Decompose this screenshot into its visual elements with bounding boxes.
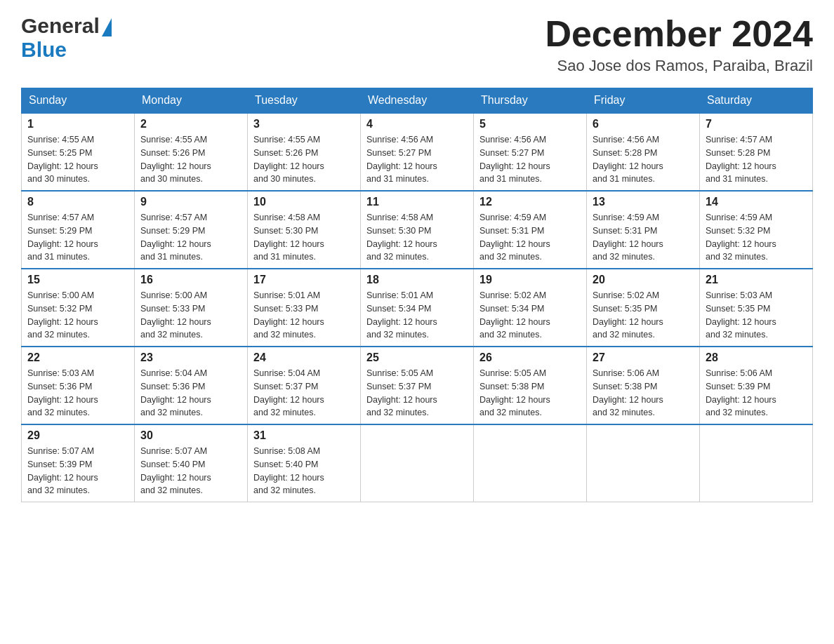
day-info: Sunrise: 5:03 AMSunset: 5:36 PMDaylight:… xyxy=(27,368,98,417)
calendar-cell: 11 Sunrise: 4:58 AMSunset: 5:30 PMDaylig… xyxy=(361,191,474,269)
day-info: Sunrise: 5:07 AMSunset: 5:40 PMDaylight:… xyxy=(140,446,211,495)
day-info: Sunrise: 4:59 AMSunset: 5:31 PMDaylight:… xyxy=(593,213,663,262)
calendar-cell: 26 Sunrise: 5:05 AMSunset: 5:38 PMDaylig… xyxy=(474,347,587,424)
day-info: Sunrise: 4:55 AMSunset: 5:25 PMDaylight:… xyxy=(27,135,98,184)
day-number: 7 xyxy=(706,118,807,130)
day-number: 4 xyxy=(366,118,468,130)
day-number: 27 xyxy=(593,351,694,364)
day-number: 15 xyxy=(27,274,128,286)
calendar-cell: 29 Sunrise: 5:07 AMSunset: 5:39 PMDaylig… xyxy=(22,424,135,502)
day-info: Sunrise: 4:57 AMSunset: 5:29 PMDaylight:… xyxy=(140,213,211,262)
day-info: Sunrise: 5:01 AMSunset: 5:33 PMDaylight:… xyxy=(253,290,324,340)
calendar-cell: 1 Sunrise: 4:55 AMSunset: 5:25 PMDayligh… xyxy=(22,113,135,191)
calendar-cell: 5 Sunrise: 4:56 AMSunset: 5:27 PMDayligh… xyxy=(474,113,587,191)
day-info: Sunrise: 4:59 AMSunset: 5:31 PMDaylight:… xyxy=(479,213,550,262)
header-friday: Friday xyxy=(587,88,700,114)
calendar-cell: 2 Sunrise: 4:55 AMSunset: 5:26 PMDayligh… xyxy=(135,113,248,191)
day-number: 26 xyxy=(479,351,581,364)
calendar-cell: 31 Sunrise: 5:08 AMSunset: 5:40 PMDaylig… xyxy=(248,424,361,502)
day-info: Sunrise: 4:57 AMSunset: 5:28 PMDaylight:… xyxy=(706,135,776,184)
header-thursday: Thursday xyxy=(474,88,587,114)
month-title: December 2024 xyxy=(545,14,813,54)
day-info: Sunrise: 5:04 AMSunset: 5:36 PMDaylight:… xyxy=(140,368,211,417)
calendar-cell: 13 Sunrise: 4:59 AMSunset: 5:31 PMDaylig… xyxy=(587,191,700,269)
day-number: 29 xyxy=(27,429,128,442)
day-number: 18 xyxy=(366,274,468,286)
day-number: 24 xyxy=(253,351,355,364)
day-number: 11 xyxy=(366,196,468,208)
day-info: Sunrise: 5:00 AMSunset: 5:32 PMDaylight:… xyxy=(27,290,98,340)
day-number: 23 xyxy=(140,351,241,364)
day-info: Sunrise: 4:59 AMSunset: 5:32 PMDaylight:… xyxy=(706,213,776,262)
calendar-cell: 23 Sunrise: 5:04 AMSunset: 5:36 PMDaylig… xyxy=(135,347,248,424)
day-number: 19 xyxy=(479,274,581,286)
calendar-cell: 22 Sunrise: 5:03 AMSunset: 5:36 PMDaylig… xyxy=(22,347,135,424)
calendar-cell xyxy=(587,424,700,502)
day-info: Sunrise: 5:05 AMSunset: 5:37 PMDaylight:… xyxy=(366,368,437,417)
day-info: Sunrise: 5:07 AMSunset: 5:39 PMDaylight:… xyxy=(27,446,98,495)
calendar-week-row: 22 Sunrise: 5:03 AMSunset: 5:36 PMDaylig… xyxy=(22,347,813,424)
calendar-cell: 27 Sunrise: 5:06 AMSunset: 5:38 PMDaylig… xyxy=(587,347,700,424)
day-number: 21 xyxy=(706,274,807,286)
calendar-table: SundayMondayTuesdayWednesdayThursdayFrid… xyxy=(21,88,813,502)
calendar-cell: 24 Sunrise: 5:04 AMSunset: 5:37 PMDaylig… xyxy=(248,347,361,424)
calendar-cell: 4 Sunrise: 4:56 AMSunset: 5:27 PMDayligh… xyxy=(361,113,474,191)
page-header: General Blue December 2024 Sao Jose dos … xyxy=(21,14,813,75)
calendar-cell: 16 Sunrise: 5:00 AMSunset: 5:33 PMDaylig… xyxy=(135,269,248,347)
calendar-week-row: 15 Sunrise: 5:00 AMSunset: 5:32 PMDaylig… xyxy=(22,269,813,347)
calendar-week-row: 8 Sunrise: 4:57 AMSunset: 5:29 PMDayligh… xyxy=(22,191,813,269)
calendar-cell: 28 Sunrise: 5:06 AMSunset: 5:39 PMDaylig… xyxy=(700,347,813,424)
day-number: 22 xyxy=(27,351,128,364)
day-number: 28 xyxy=(706,351,807,364)
day-info: Sunrise: 4:58 AMSunset: 5:30 PMDaylight:… xyxy=(366,213,437,262)
day-number: 30 xyxy=(140,429,241,442)
calendar-cell: 6 Sunrise: 4:56 AMSunset: 5:28 PMDayligh… xyxy=(587,113,700,191)
calendar-cell: 30 Sunrise: 5:07 AMSunset: 5:40 PMDaylig… xyxy=(135,424,248,502)
logo-triangle-icon xyxy=(102,18,112,36)
calendar-cell: 18 Sunrise: 5:01 AMSunset: 5:34 PMDaylig… xyxy=(361,269,474,347)
calendar-cell: 19 Sunrise: 5:02 AMSunset: 5:34 PMDaylig… xyxy=(474,269,587,347)
day-info: Sunrise: 5:02 AMSunset: 5:34 PMDaylight:… xyxy=(479,290,550,340)
day-number: 2 xyxy=(140,118,241,130)
calendar-week-row: 29 Sunrise: 5:07 AMSunset: 5:39 PMDaylig… xyxy=(22,424,813,502)
day-info: Sunrise: 5:03 AMSunset: 5:35 PMDaylight:… xyxy=(706,290,776,340)
day-info: Sunrise: 5:06 AMSunset: 5:38 PMDaylight:… xyxy=(593,368,663,417)
header-tuesday: Tuesday xyxy=(248,88,361,114)
calendar-cell: 25 Sunrise: 5:05 AMSunset: 5:37 PMDaylig… xyxy=(361,347,474,424)
calendar-cell: 12 Sunrise: 4:59 AMSunset: 5:31 PMDaylig… xyxy=(474,191,587,269)
header-monday: Monday xyxy=(135,88,248,114)
calendar-week-row: 1 Sunrise: 4:55 AMSunset: 5:25 PMDayligh… xyxy=(22,113,813,191)
calendar-cell xyxy=(700,424,813,502)
day-number: 1 xyxy=(27,118,128,130)
calendar-cell: 14 Sunrise: 4:59 AMSunset: 5:32 PMDaylig… xyxy=(700,191,813,269)
calendar-cell: 9 Sunrise: 4:57 AMSunset: 5:29 PMDayligh… xyxy=(135,191,248,269)
day-info: Sunrise: 5:04 AMSunset: 5:37 PMDaylight:… xyxy=(253,368,324,417)
day-number: 13 xyxy=(593,196,694,208)
calendar-cell: 7 Sunrise: 4:57 AMSunset: 5:28 PMDayligh… xyxy=(700,113,813,191)
calendar-cell xyxy=(474,424,587,502)
day-info: Sunrise: 4:57 AMSunset: 5:29 PMDaylight:… xyxy=(27,213,98,262)
day-number: 17 xyxy=(253,274,355,286)
logo-blue-text: Blue xyxy=(21,38,67,61)
day-info: Sunrise: 5:06 AMSunset: 5:39 PMDaylight:… xyxy=(706,368,776,417)
day-info: Sunrise: 4:56 AMSunset: 5:27 PMDaylight:… xyxy=(479,135,550,184)
calendar-cell: 20 Sunrise: 5:02 AMSunset: 5:35 PMDaylig… xyxy=(587,269,700,347)
day-info: Sunrise: 4:55 AMSunset: 5:26 PMDaylight:… xyxy=(140,135,211,184)
logo-general-text: General xyxy=(21,14,100,38)
title-block: December 2024 Sao Jose dos Ramos, Paraib… xyxy=(545,14,813,75)
calendar-cell: 8 Sunrise: 4:57 AMSunset: 5:29 PMDayligh… xyxy=(22,191,135,269)
day-number: 20 xyxy=(593,274,694,286)
calendar-cell: 17 Sunrise: 5:01 AMSunset: 5:33 PMDaylig… xyxy=(248,269,361,347)
location-subtitle: Sao Jose dos Ramos, Paraiba, Brazil xyxy=(545,57,813,75)
day-number: 12 xyxy=(479,196,581,208)
day-number: 10 xyxy=(253,196,355,208)
day-info: Sunrise: 5:01 AMSunset: 5:34 PMDaylight:… xyxy=(366,290,437,340)
day-info: Sunrise: 4:56 AMSunset: 5:27 PMDaylight:… xyxy=(366,135,437,184)
day-number: 31 xyxy=(253,429,355,442)
day-info: Sunrise: 5:02 AMSunset: 5:35 PMDaylight:… xyxy=(593,290,663,340)
day-number: 5 xyxy=(479,118,581,130)
day-info: Sunrise: 4:56 AMSunset: 5:28 PMDaylight:… xyxy=(593,135,663,184)
calendar-cell: 10 Sunrise: 4:58 AMSunset: 5:30 PMDaylig… xyxy=(248,191,361,269)
logo: General Blue xyxy=(21,14,112,62)
header-saturday: Saturday xyxy=(700,88,813,114)
